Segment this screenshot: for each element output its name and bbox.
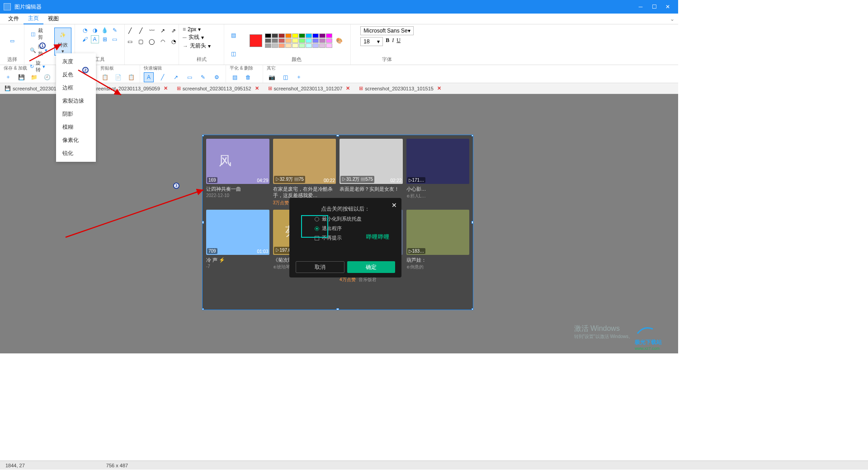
font-size-combo[interactable]: 18▾ — [360, 37, 383, 46]
palette-cell[interactable] — [326, 43, 332, 48]
dropdown-item[interactable]: 模糊 — [56, 121, 96, 134]
palette-cell[interactable] — [278, 33, 285, 38]
paste2-icon[interactable]: 📋 — [127, 72, 136, 82]
file-tab[interactable]: ⊞screenshot_20230113_095152✕ — [174, 85, 264, 91]
cancel-button[interactable]: 取消 — [296, 261, 344, 273]
shape-cloud[interactable]: ◠ — [158, 37, 167, 46]
underline-button[interactable]: U — [396, 37, 401, 46]
minimize-button[interactable]: ─ — [634, 2, 647, 11]
crop-button[interactable]: ◫裁剪 — [28, 26, 47, 42]
video-card[interactable]: ▷171…小心影…⊕邪人L… — [406, 139, 470, 206]
shape-line2[interactable]: ╱ — [137, 26, 146, 35]
palette-cell[interactable] — [285, 43, 292, 48]
fill-icon[interactable]: ▤ — [229, 31, 237, 39]
canvas[interactable]: 风16904:29让四神共奏一曲2022-12-10▷32.9万 ▤7500:2… — [0, 94, 678, 353]
palette-cell[interactable] — [306, 33, 312, 38]
rect-annotate-icon[interactable]: ▭ — [184, 72, 194, 82]
highlight-icon[interactable]: ✎ — [111, 26, 119, 34]
video-card[interactable]: ▷31.2万 ▤57502:22表面是老师？实则是女友！ — [340, 139, 403, 206]
save-icon[interactable]: 💾 — [17, 72, 26, 82]
shadow-icon[interactable]: ◫ — [229, 50, 237, 58]
video-card[interactable]: ▷32.9万 ▤7500:22在家是废宅，在外是冷酷杀手，这反差感我爱…3万点赞 — [273, 139, 336, 206]
eraser-icon[interactable]: ◔ — [81, 26, 89, 34]
select-tool[interactable]: ▭ — [4, 33, 20, 48]
palette-cell[interactable] — [319, 38, 326, 43]
palette-cell[interactable] — [306, 43, 312, 48]
tab-close-icon[interactable]: ✕ — [344, 85, 352, 91]
tab-close-icon[interactable]: ✕ — [162, 85, 170, 91]
video-card[interactable]: 风16904:29让四神共奏一曲2022-12-10 — [206, 139, 269, 206]
arrow-style[interactable]: 无箭头 — [190, 42, 206, 50]
palette-cell[interactable] — [312, 43, 319, 48]
palette-cell[interactable] — [285, 33, 292, 38]
counter-icon[interactable]: ⊞ — [101, 35, 109, 43]
text-icon[interactable]: A — [91, 35, 99, 43]
settings-icon[interactable]: ⚙ — [212, 72, 222, 82]
palette-cell[interactable] — [299, 33, 305, 38]
file-tab[interactable]: ⊞screenshot_20230113_101515✕ — [356, 85, 446, 91]
dialog-close-icon[interactable]: ✕ — [392, 202, 397, 209]
dropdown-item[interactable]: 索裂边缘 — [56, 94, 96, 108]
dropdown-item[interactable]: 阴影 — [56, 108, 96, 121]
stroke-width[interactable]: 2px — [188, 26, 196, 33]
palette-cell[interactable] — [312, 38, 319, 43]
palette-cell[interactable] — [285, 38, 292, 43]
palette-cell[interactable] — [272, 33, 278, 38]
tab-close-icon[interactable]: ✕ — [253, 85, 261, 91]
palette-cell[interactable] — [299, 38, 305, 43]
dropdown-item[interactable]: 像素化 — [56, 134, 96, 147]
video-card[interactable]: 70901:03冷 声 ⚡-7 — [206, 210, 269, 283]
palette-cell[interactable] — [272, 38, 278, 43]
palette-cell[interactable] — [319, 43, 326, 48]
palette-cell[interactable] — [292, 33, 298, 38]
shape-arrow[interactable]: ↗ — [158, 26, 167, 35]
tab-close-icon[interactable]: ✕ — [435, 85, 443, 91]
dropdown-item[interactable]: 边框 — [56, 81, 96, 94]
current-color[interactable] — [250, 34, 262, 47]
palette-cell[interactable] — [326, 38, 332, 43]
shape-line[interactable]: ╱ — [126, 26, 135, 35]
video-card[interactable]: ▷183…葫芦娃：⊕倒悬的 — [406, 210, 470, 283]
palette-cell[interactable] — [265, 38, 271, 43]
ok-button[interactable]: 确定 — [347, 261, 395, 273]
font-family-combo[interactable]: Microsoft Sans Se▾ — [360, 26, 413, 35]
maximize-button[interactable]: ☐ — [647, 2, 661, 11]
shape-bubble[interactable]: ◔ — [169, 37, 178, 46]
delete-icon[interactable]: 🗑 — [243, 72, 253, 82]
rotate-button[interactable]: ↻旋转▾ — [28, 59, 47, 74]
palette-cell[interactable] — [278, 38, 285, 43]
file-tab[interactable]: ⊞screenshot_20230113_101207✕ — [265, 85, 355, 91]
palette-cell[interactable] — [319, 33, 326, 38]
palette-cell[interactable] — [292, 38, 298, 43]
highlight2-icon[interactable]: ✎ — [198, 72, 208, 82]
shape-curve[interactable]: 〰 — [147, 26, 156, 35]
camera-icon[interactable]: 📷 — [267, 72, 277, 82]
text-annotate-icon[interactable]: A — [144, 72, 154, 82]
shape-arrow2[interactable]: ⇗ — [169, 26, 178, 35]
effects-button[interactable]: ✨特效▾ — [54, 28, 71, 56]
crop2-icon[interactable]: ◫ — [280, 72, 290, 82]
paste-icon[interactable]: 📄 — [113, 72, 123, 82]
color-picker-icon[interactable]: 🎨 — [335, 37, 343, 45]
dropdown-item[interactable]: 灰度 — [56, 55, 96, 68]
menu-file[interactable]: 文件 — [4, 14, 24, 24]
shape-roundrect[interactable]: ▢ — [137, 37, 146, 46]
copy-icon[interactable]: 📋 — [100, 72, 110, 82]
close-button[interactable]: ✕ — [661, 2, 675, 11]
dropdown-item[interactable]: 反色 — [56, 68, 96, 81]
palette-cell[interactable] — [265, 43, 271, 48]
palette-cell[interactable] — [278, 43, 285, 48]
brush-icon[interactable]: 🖌 — [81, 35, 89, 43]
menu-home[interactable]: 主页 — [24, 13, 43, 24]
eraser2-icon[interactable]: ◑ — [91, 26, 99, 34]
shape-ellipse[interactable]: ◯ — [147, 37, 156, 46]
palette-cell[interactable] — [312, 33, 319, 38]
flatten-icon[interactable]: ▤ — [230, 72, 240, 82]
new-icon[interactable]: ＋ — [4, 72, 13, 82]
add-icon[interactable]: ＋ — [294, 72, 304, 82]
line-style[interactable]: 实线 — [189, 33, 199, 41]
menu-view[interactable]: 视图 — [43, 14, 63, 24]
arrow-annotate-icon[interactable]: ↗ — [171, 72, 181, 82]
palette-cell[interactable] — [326, 33, 332, 38]
dropdown-item[interactable]: 锐化 — [56, 147, 96, 160]
